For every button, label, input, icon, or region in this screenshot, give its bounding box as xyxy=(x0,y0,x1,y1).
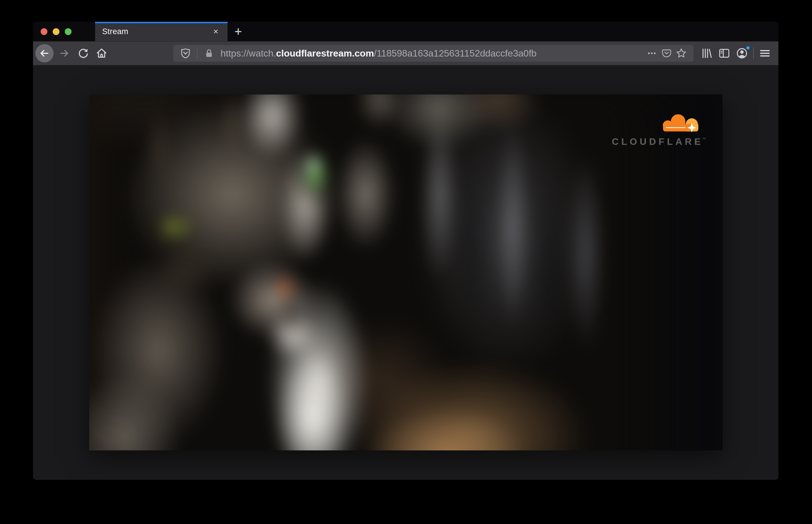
tab-close-icon[interactable]: × xyxy=(211,26,221,37)
back-button[interactable] xyxy=(35,44,53,62)
urlbar-divider xyxy=(197,49,197,58)
video-player[interactable]: CLOUDFLARE ™ xyxy=(89,95,722,451)
cloudflare-cloud-icon xyxy=(656,113,703,136)
lock-icon xyxy=(204,48,214,58)
tab-strip: Stream × + xyxy=(33,22,778,41)
home-icon xyxy=(96,47,108,59)
page-content: CLOUDFLARE ™ xyxy=(33,65,778,479)
cloudflare-wordmark: CLOUDFLARE ™ xyxy=(612,136,706,147)
navigation-toolbar: https://watch.cloudflarestream.com/11859… xyxy=(33,41,778,65)
url-text[interactable]: https://watch.cloudflarestream.com/11859… xyxy=(221,48,645,59)
minimize-window-button[interactable] xyxy=(53,28,60,35)
bookmark-button[interactable] xyxy=(674,46,689,61)
tracking-protection-button[interactable] xyxy=(178,46,193,61)
cloudflare-brand-text: CLOUDFLARE xyxy=(612,136,703,147)
close-window-button[interactable] xyxy=(40,28,47,35)
tracking-protection-shield-icon xyxy=(180,48,191,59)
zoom-window-button[interactable] xyxy=(65,28,71,35)
url-path: /118598a163a125631152ddaccfe3a0fb xyxy=(374,48,536,59)
account-notification-dot xyxy=(746,46,750,50)
back-icon xyxy=(39,48,50,59)
sidebar-toggle-button[interactable] xyxy=(715,45,733,62)
library-icon xyxy=(701,47,713,59)
tab-stream[interactable]: Stream × xyxy=(95,22,228,41)
reload-icon xyxy=(78,48,89,59)
cloudflare-logo: CLOUDFLARE ™ xyxy=(608,112,706,164)
site-security-button[interactable] xyxy=(202,46,216,61)
home-button[interactable] xyxy=(93,45,110,62)
forward-icon xyxy=(59,48,70,59)
save-to-pocket-button[interactable] xyxy=(659,46,674,61)
account-button[interactable] xyxy=(733,45,751,62)
bookmark-star-icon xyxy=(676,48,687,59)
sidebar-icon xyxy=(718,47,730,59)
tab-title: Stream xyxy=(102,27,128,36)
toolbar-right-cluster xyxy=(698,45,774,62)
cloudflare-trademark: ™ xyxy=(702,137,706,141)
page-actions-button[interactable] xyxy=(645,46,659,61)
menu-button[interactable] xyxy=(756,45,774,62)
toolbar-divider xyxy=(753,47,754,59)
page-actions-dots-icon xyxy=(647,48,657,59)
reload-button[interactable] xyxy=(75,45,92,62)
pocket-icon xyxy=(661,48,672,59)
url-prefix: https://watch. xyxy=(221,48,276,59)
window-controls xyxy=(40,22,71,41)
url-bar[interactable]: https://watch.cloudflarestream.com/11859… xyxy=(173,45,694,62)
library-button[interactable] xyxy=(698,45,715,62)
new-tab-button[interactable]: + xyxy=(231,24,246,39)
menu-icon xyxy=(759,47,771,59)
url-domain: cloudflarestream.com xyxy=(276,48,374,59)
active-tab-accent-line xyxy=(95,22,228,23)
browser-window: Stream × + xyxy=(33,22,778,480)
forward-button[interactable] xyxy=(56,45,72,62)
